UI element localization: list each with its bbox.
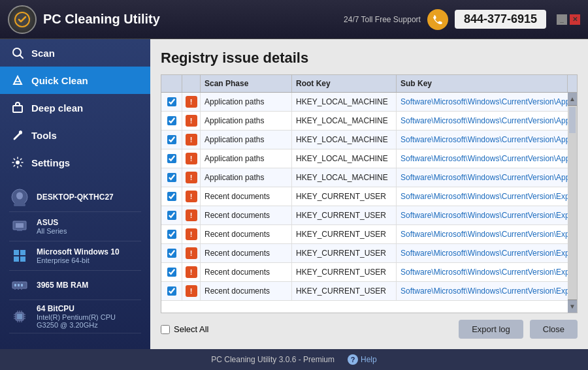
row-checkbox[interactable]	[167, 116, 176, 125]
row-scan-phase: Application paths	[201, 112, 292, 130]
row-checkbox-cell[interactable]	[161, 149, 182, 168]
footer-text: PC Cleaning Utility 3.0.6 - Premium	[211, 355, 335, 364]
row-checkbox-cell[interactable]	[161, 244, 182, 262]
row-warning-cell: !	[182, 225, 201, 243]
help-label: Help	[361, 355, 377, 364]
row-warning-cell: !	[182, 282, 201, 300]
warning-icon: !	[186, 247, 197, 259]
svg-rect-19	[21, 284, 23, 286]
row-sub-key: Software\Microsoft\Windows\CurrentVersio…	[397, 225, 568, 243]
sidebar-item-scan[interactable]: Scan	[0, 39, 150, 67]
vertical-scrollbar[interactable]: ▲ ▼	[568, 93, 577, 313]
sidebar-item-deep-clean[interactable]: Deep clean	[0, 94, 150, 121]
row-sub-key: Software\Microsoft\Windows\CurrentVersio…	[397, 282, 568, 300]
row-root-key: HKEY_CURRENT_USER	[292, 282, 397, 300]
select-all-label[interactable]: Select All	[174, 324, 208, 334]
warning-icon: !	[186, 209, 197, 221]
row-checkbox-cell[interactable]	[161, 282, 182, 300]
row-sub-key: Software\Microsoft\Windows\CurrentVersio…	[397, 149, 568, 168]
main-layout: Scan Quick Clean Deep clean	[0, 39, 588, 349]
table-row: ! Application paths HKEY_LOCAL_MACHINE S…	[161, 93, 568, 112]
row-scan-phase: Application paths	[201, 131, 292, 149]
window-controls[interactable]: _ ✕	[557, 14, 580, 25]
row-checkbox[interactable]	[167, 286, 176, 296]
sidebar-item-tools[interactable]: Tools	[0, 121, 150, 149]
bottom-bar: Select All Export log Close	[161, 320, 578, 339]
row-checkbox-cell[interactable]	[161, 93, 182, 111]
row-checkbox[interactable]	[167, 249, 176, 258]
row-checkbox[interactable]	[167, 192, 176, 201]
tools-icon	[10, 128, 25, 142]
svg-rect-11	[17, 230, 22, 231]
select-all-checkbox[interactable]	[161, 325, 170, 334]
export-log-button[interactable]: Export log	[459, 320, 523, 339]
col-sub-key: Sub Key	[397, 75, 568, 92]
sysinfo-ram: 3965 MB RAM	[9, 271, 141, 300]
row-root-key: HKEY_CURRENT_USER	[292, 225, 397, 243]
row-warning-cell: !	[182, 263, 201, 281]
row-checkbox-cell[interactable]	[161, 263, 182, 281]
help-link[interactable]: ? Help	[348, 354, 377, 365]
cpu-details: G3250 @ 3.20GHz	[37, 321, 116, 329]
deep-clean-label: Deep clean	[31, 102, 83, 114]
row-checkbox[interactable]	[167, 135, 176, 144]
table-scroll-wrapper: ! Application paths HKEY_LOCAL_MACHINE S…	[161, 93, 577, 313]
support-info: 24/7 Toll Free Support 844-377-6915	[344, 9, 546, 30]
phone-icon	[427, 9, 448, 30]
row-warning-cell: !	[182, 93, 201, 111]
row-checkbox-cell[interactable]	[161, 112, 182, 130]
row-sub-key: Software\Microsoft\Windows\CurrentVersio…	[397, 206, 568, 224]
row-scan-phase: Recent documents	[201, 244, 292, 262]
row-checkbox-cell[interactable]	[161, 131, 182, 149]
row-scan-phase: Application paths	[201, 149, 292, 168]
row-checkbox[interactable]	[167, 154, 176, 163]
settings-label: Settings	[31, 157, 70, 168]
row-checkbox[interactable]	[167, 268, 176, 277]
row-sub-key: Software\Microsoft\Windows\CurrentVersio…	[397, 187, 568, 206]
sysinfo-cpu: 64 BitCPU Intel(R) Pentium(R) CPU G3250 …	[9, 300, 141, 333]
row-checkbox-cell[interactable]	[161, 187, 182, 206]
row-scan-phase: Recent documents	[201, 282, 292, 300]
svg-line-2	[20, 55, 24, 59]
row-warning-cell: !	[182, 131, 201, 149]
sidebar: Scan Quick Clean Deep clean	[0, 39, 150, 349]
minimize-button[interactable]: _	[557, 14, 567, 25]
ram-icon	[9, 275, 30, 296]
quick-clean-label: Quick Clean	[31, 75, 88, 86]
row-scan-phase: Recent documents	[201, 187, 292, 206]
close-window-button[interactable]: ✕	[570, 14, 580, 25]
row-warning-cell: !	[182, 206, 201, 224]
app-name: PC Cleaning Utility	[43, 12, 344, 27]
svg-rect-27	[17, 314, 22, 319]
sidebar-item-quick-clean[interactable]: Quick Clean	[0, 67, 150, 94]
col-scan-phase: Scan Phase	[201, 75, 292, 92]
row-checkbox-cell[interactable]	[161, 168, 182, 187]
col-checkbox	[161, 75, 182, 92]
ram-info: 3965 MB RAM	[37, 281, 88, 290]
row-checkbox-cell[interactable]	[161, 206, 182, 224]
row-checkbox[interactable]	[167, 211, 176, 220]
table-row: ! Recent documents HKEY_CURRENT_USER Sof…	[161, 244, 568, 263]
phone-number: 844-377-6915	[455, 10, 546, 29]
manufacturer-name: ASUS	[37, 218, 67, 227]
svg-rect-15	[20, 256, 25, 262]
row-sub-key: Software\Microsoft\Windows\CurrentVersio…	[397, 263, 568, 281]
select-all-container: Select All	[161, 324, 208, 334]
row-checkbox-cell[interactable]	[161, 225, 182, 243]
row-checkbox[interactable]	[167, 97, 176, 106]
table-row: ! Recent documents HKEY_CURRENT_USER Sof…	[161, 225, 568, 244]
manufacturer-icon	[9, 216, 30, 237]
close-button[interactable]: Close	[530, 320, 578, 339]
row-root-key: HKEY_CURRENT_USER	[292, 206, 397, 224]
svg-rect-10	[16, 223, 24, 228]
row-warning-cell: !	[182, 149, 201, 168]
row-checkbox[interactable]	[167, 173, 176, 182]
sidebar-item-settings[interactable]: Settings	[0, 149, 150, 176]
row-checkbox[interactable]	[167, 230, 176, 239]
warning-icon: !	[186, 191, 197, 202]
manufacturer-model: All Series	[37, 227, 67, 235]
row-root-key: HKEY_LOCAL_MACHINE	[292, 131, 397, 149]
warning-icon: !	[186, 134, 197, 146]
cpu-name: Intel(R) Pentium(R) CPU	[37, 313, 116, 321]
svg-rect-24	[18, 288, 19, 290]
